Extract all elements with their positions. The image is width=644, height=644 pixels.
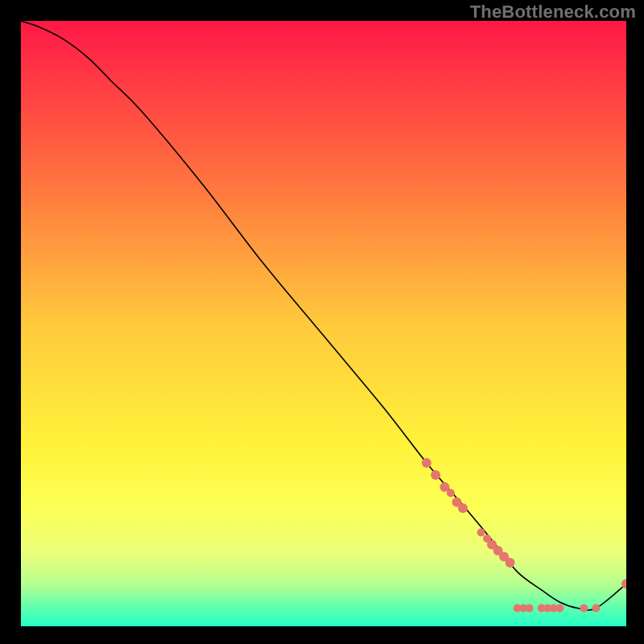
chart-area — [21, 21, 626, 626]
data-point — [447, 489, 455, 497]
gradient-background — [21, 21, 626, 626]
data-point — [526, 604, 534, 612]
data-point — [477, 528, 485, 536]
data-point — [592, 604, 600, 612]
data-point — [555, 604, 564, 612]
watermark-text: TheBottleneck.com — [470, 2, 636, 23]
data-point — [458, 503, 468, 513]
data-point — [506, 558, 515, 568]
chart-svg — [21, 21, 626, 626]
data-point — [431, 470, 440, 480]
data-point — [422, 458, 431, 468]
data-point — [580, 604, 588, 612]
